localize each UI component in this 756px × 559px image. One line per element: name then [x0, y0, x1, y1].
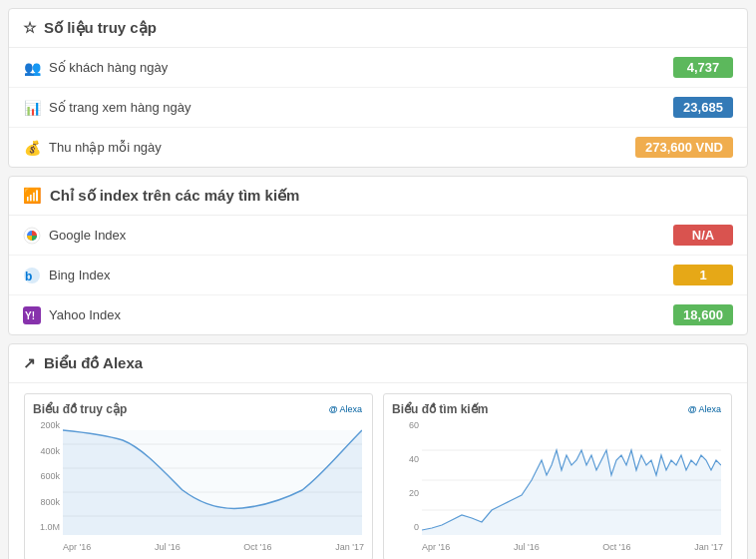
- bing-index-label: b Bing Index: [23, 267, 673, 284]
- svg-text:Y!: Y!: [25, 310, 35, 321]
- daily-pageviews-badge: 23,685: [673, 97, 733, 118]
- yahoo-icon: Y!: [23, 306, 41, 324]
- index-stats-title: Chỉ số index trên các máy tìm kiếm: [50, 187, 299, 205]
- bing-index-badge: 1: [673, 265, 733, 285]
- alexa-chart-header: ↗ Biểu đồ Alexa: [9, 344, 747, 383]
- charts-row: Biểu đồ truy cập @ Alexa 200k 400k 600k …: [9, 383, 747, 559]
- traffic-chart-title: Biểu đồ truy cập: [33, 402, 364, 416]
- star-icon: ☆: [23, 19, 36, 37]
- bing-icon: b: [23, 267, 41, 284]
- daily-customers-label: 👥 Số khách hàng ngày: [23, 59, 673, 77]
- traffic-y-labels: 200k 400k 600k 800k 1.0M: [33, 420, 63, 532]
- traffic-stats-title: Số liệu truy cập: [44, 19, 157, 37]
- yahoo-index-row: Y! Yahoo Index 18,600: [9, 295, 747, 334]
- daily-income-row: 💰 Thu nhập mỗi ngày 273,600 VND: [9, 128, 747, 167]
- google-index-badge: N/A: [673, 225, 733, 246]
- alexa-chart-card: ↗ Biểu đồ Alexa Biểu đồ truy cập @ Alexa…: [8, 343, 748, 559]
- daily-customers-badge: 4,737: [673, 57, 733, 78]
- traffic-stats-header: ☆ Số liệu truy cập: [9, 9, 747, 48]
- traffic-chart-area: 200k 400k 600k 800k 1.0M: [33, 420, 364, 552]
- traffic-chart-svg: [63, 420, 362, 540]
- daily-pageviews-label: 📊 Số trang xem hàng ngày: [23, 99, 673, 117]
- daily-pageviews-row: 📊 Số trang xem hàng ngày 23,685: [9, 88, 747, 128]
- google-index-label: Google Index: [23, 227, 673, 245]
- customers-icon: 👥: [23, 59, 41, 77]
- search-chart-svg: [422, 420, 721, 540]
- index-stats-header: 📶 Chỉ số index trên các máy tìm kiếm: [9, 177, 747, 216]
- yahoo-index-badge: 18,600: [673, 304, 733, 325]
- search-y-labels: 60 40 20 0: [392, 420, 422, 532]
- daily-customers-row: 👥 Số khách hàng ngày 4,737: [9, 48, 747, 88]
- alexa-watermark-2: @ Alexa: [688, 404, 721, 414]
- traffic-x-labels: Apr '16 Jul '16 Oct '16 Jan '17: [63, 542, 364, 552]
- daily-income-label: 💰 Thu nhập mỗi ngày: [23, 139, 635, 157]
- search-chart-title: Biểu đồ tìm kiếm: [392, 402, 723, 416]
- yahoo-index-label: Y! Yahoo Index: [23, 306, 673, 324]
- google-icon: [23, 227, 41, 245]
- chart-icon: 📶: [23, 187, 42, 205]
- daily-income-badge: 273,600 VND: [635, 137, 733, 158]
- main-container: ☆ Số liệu truy cập 👥 Số khách hàng ngày …: [0, 0, 756, 559]
- income-icon: 💰: [23, 139, 41, 157]
- alexa-chart-title: Biểu đồ Alexa: [44, 354, 143, 372]
- google-index-row: Google Index N/A: [9, 216, 747, 256]
- bing-index-row: b Bing Index 1: [9, 256, 747, 295]
- svg-text:b: b: [25, 270, 32, 283]
- trending-icon: ↗: [23, 354, 36, 372]
- index-stats-card: 📶 Chỉ số index trên các máy tìm kiếm Goo…: [8, 176, 748, 335]
- search-x-labels: Apr '16 Jul '16 Oct '16 Jan '17: [422, 542, 723, 552]
- traffic-stats-card: ☆ Số liệu truy cập 👥 Số khách hàng ngày …: [8, 8, 748, 168]
- alexa-watermark-1: @ Alexa: [329, 404, 362, 414]
- search-chart-box: Biểu đồ tìm kiếm @ Alexa 60 40 20 0: [383, 393, 732, 559]
- search-chart-area: 60 40 20 0 Apr '1: [392, 420, 723, 552]
- pageviews-icon: 📊: [23, 99, 41, 117]
- traffic-chart-box: Biểu đồ truy cập @ Alexa 200k 400k 600k …: [24, 393, 373, 559]
